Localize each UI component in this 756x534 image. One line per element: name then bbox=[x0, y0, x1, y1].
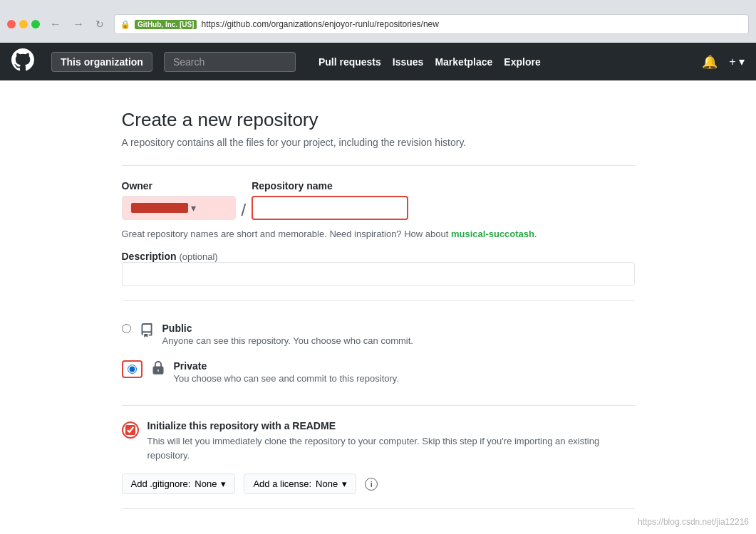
private-radio[interactable] bbox=[128, 365, 137, 374]
gitignore-value: None bbox=[195, 478, 217, 489]
top-divider bbox=[122, 165, 635, 166]
owner-repo-section: Owner ▾ / Repository name Great reposito… bbox=[122, 180, 635, 239]
public-info: Public Anyone can see this repository. Y… bbox=[162, 323, 413, 346]
owner-label: Owner bbox=[122, 180, 236, 192]
init-desc: This will let you immediately clone the … bbox=[147, 434, 635, 462]
visibility-options: Public Anyone can see this repository. Y… bbox=[122, 315, 635, 391]
main-content: Create a new repository A repository con… bbox=[108, 80, 649, 534]
nav-links: Pull requests Issues Marketplace Explore bbox=[319, 56, 690, 68]
url-text: https://github.com/organizations/enjoyor… bbox=[201, 19, 439, 29]
nav-pull-requests[interactable]: Pull requests bbox=[319, 56, 381, 68]
private-info: Private You choose who can see and commi… bbox=[174, 360, 400, 384]
public-radio[interactable] bbox=[122, 324, 131, 333]
repo-name-label: Repository name bbox=[252, 180, 408, 192]
search-input[interactable] bbox=[173, 56, 286, 68]
license-value: None bbox=[316, 478, 338, 489]
init-checkbox[interactable] bbox=[125, 425, 135, 435]
org-badge: GitHub, Inc. [US] bbox=[135, 20, 197, 29]
private-radio-wrapper[interactable] bbox=[122, 360, 143, 378]
info-icon[interactable]: i bbox=[365, 478, 378, 491]
private-option: Private You choose who can see and commi… bbox=[122, 353, 635, 391]
public-desc: Anyone can see this repository. You choo… bbox=[162, 335, 413, 346]
back-btn[interactable]: ← bbox=[46, 16, 66, 32]
private-label: Private bbox=[174, 360, 400, 372]
init-label: Initialize this repository with a README bbox=[147, 420, 336, 431]
minimize-window-btn[interactable] bbox=[19, 20, 28, 28]
notifications-btn[interactable]: 🔔 bbox=[702, 54, 718, 70]
public-label: Public bbox=[162, 323, 413, 334]
gitignore-dropdown[interactable]: Add .gitignore: None ▾ bbox=[122, 473, 236, 494]
github-navbar: This organization Pull requests Issues M… bbox=[0, 43, 756, 80]
repo-name-group: Repository name bbox=[252, 180, 408, 220]
search-box[interactable] bbox=[164, 52, 296, 72]
slash-separator: / bbox=[236, 197, 252, 223]
init-option: Initialize this repository with a README… bbox=[122, 420, 635, 462]
page-subtitle: A repository contains all the files for … bbox=[122, 137, 635, 148]
repo-name-hint: Great repository names are short and mem… bbox=[122, 229, 635, 239]
owner-repo-row: Owner ▾ / Repository name bbox=[122, 180, 635, 223]
dropdown-row: Add .gitignore: None ▾ Add a license: No… bbox=[122, 473, 635, 494]
maximize-window-btn[interactable] bbox=[31, 20, 40, 28]
slash-group: / bbox=[236, 180, 252, 223]
nav-issues[interactable]: Issues bbox=[393, 56, 424, 68]
middle-divider bbox=[122, 300, 635, 301]
owner-dropdown[interactable]: ▾ bbox=[122, 196, 236, 220]
init-info: Initialize this repository with a README… bbox=[147, 420, 635, 462]
nav-right-actions: 🔔 + ▾ bbox=[702, 54, 745, 70]
new-item-btn[interactable]: + ▾ bbox=[729, 55, 745, 68]
public-option: Public Anyone can see this repository. Y… bbox=[122, 315, 635, 353]
browser-nav: ← → ↻ bbox=[46, 16, 108, 32]
private-desc: You choose who can see and commit to thi… bbox=[174, 373, 400, 384]
init-checkbox-wrapper[interactable] bbox=[122, 422, 139, 439]
page-title: Create a new repository bbox=[122, 109, 635, 131]
close-window-btn[interactable] bbox=[7, 20, 16, 28]
public-icon bbox=[140, 323, 154, 341]
refresh-btn[interactable]: ↻ bbox=[91, 17, 108, 31]
public-radio-wrapper[interactable] bbox=[122, 323, 131, 333]
owner-group: Owner ▾ bbox=[122, 180, 236, 220]
init-section: Initialize this repository with a README… bbox=[122, 420, 635, 462]
description-label: Description (optional) bbox=[122, 251, 218, 262]
nav-marketplace[interactable]: Marketplace bbox=[435, 56, 492, 68]
license-chevron-icon: ▾ bbox=[342, 478, 347, 489]
init-divider bbox=[122, 405, 635, 406]
forward-btn[interactable]: → bbox=[68, 16, 88, 32]
nav-explore[interactable]: Explore bbox=[504, 56, 540, 68]
bottom-divider bbox=[122, 508, 635, 509]
license-dropdown[interactable]: Add a license: None ▾ bbox=[244, 473, 356, 494]
browser-window-controls bbox=[7, 20, 40, 28]
description-input[interactable] bbox=[122, 262, 635, 286]
browser-chrome: ← → ↻ 🔒 GitHub, Inc. [US] https://github… bbox=[0, 0, 756, 43]
suggestion-link[interactable]: musical-succotash bbox=[451, 229, 534, 239]
gitignore-chevron-icon: ▾ bbox=[221, 478, 226, 489]
lock-icon: 🔒 bbox=[120, 20, 130, 29]
watermark: https://blog.csdn.net/jia12216 bbox=[638, 517, 749, 527]
address-bar[interactable]: 🔒 GitHub, Inc. [US] https://github.com/o… bbox=[114, 14, 749, 34]
private-icon bbox=[151, 361, 165, 379]
gitignore-label: Add .gitignore: bbox=[131, 478, 191, 489]
repo-name-input[interactable] bbox=[252, 196, 408, 220]
license-label: Add a license: bbox=[253, 478, 311, 489]
github-logo[interactable] bbox=[11, 48, 34, 75]
org-switcher-btn[interactable]: This organization bbox=[51, 52, 152, 72]
description-section: Description (optional) bbox=[122, 251, 635, 286]
